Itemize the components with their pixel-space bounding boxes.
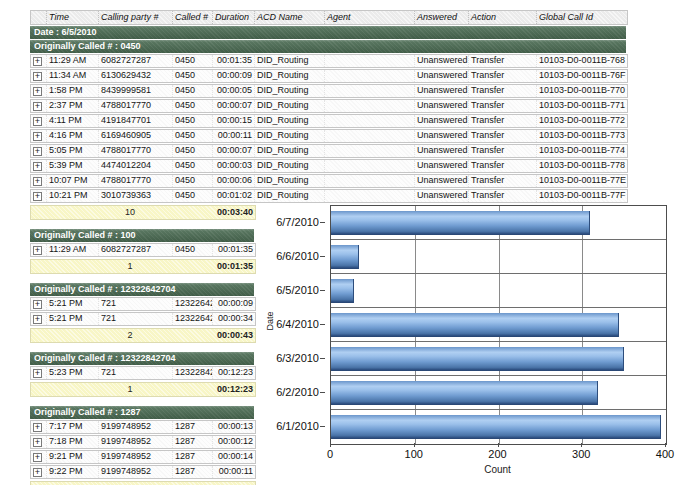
cell-called: 0450 bbox=[173, 100, 213, 112]
expand-icon[interactable]: + bbox=[33, 132, 42, 141]
group-summary-row: 100:01:35 bbox=[30, 259, 256, 274]
expand-cell: + bbox=[31, 145, 47, 157]
cell-duration: 00:00:11 bbox=[213, 130, 255, 142]
cell-duration: 00:00:09 bbox=[213, 298, 255, 310]
expand-icon[interactable]: + bbox=[33, 246, 42, 255]
table-row: +4:11 PM4191847701045000:00:15DID_Routin… bbox=[30, 114, 628, 128]
y-tick-mark bbox=[320, 290, 325, 291]
expand-icon[interactable]: + bbox=[33, 300, 42, 309]
group-header-bar: Originally Called # : 0450 bbox=[30, 40, 626, 53]
chart-band bbox=[331, 240, 666, 274]
cell-time: 7:17 PM bbox=[47, 421, 99, 433]
x-tick-mark bbox=[414, 443, 415, 447]
chart-bar bbox=[331, 347, 624, 371]
summary-spacer bbox=[31, 260, 47, 273]
cell-action: Transfer bbox=[469, 130, 537, 142]
cell-action: Transfer bbox=[469, 85, 537, 97]
chart-bar bbox=[331, 381, 598, 405]
cell-called: 1287 bbox=[173, 421, 213, 433]
cell-action: Transfer bbox=[469, 70, 537, 82]
table-header-row: TimeCalling party #Called #DurationACD N… bbox=[30, 10, 628, 25]
summary-count: 1 bbox=[47, 383, 213, 396]
cell-duration: 00:00:05 bbox=[213, 85, 255, 97]
expand-icon[interactable]: + bbox=[33, 192, 42, 201]
expand-icon[interactable]: + bbox=[33, 102, 42, 111]
expand-icon[interactable]: + bbox=[33, 369, 42, 378]
expand-cell: + bbox=[31, 244, 47, 256]
summary-count: 2 bbox=[47, 329, 213, 342]
cell-acd: DID_Routing bbox=[255, 175, 325, 187]
expand-cell: + bbox=[31, 313, 47, 325]
y-tick-mark bbox=[320, 324, 325, 325]
y-tick-label: 6/4/2010 bbox=[276, 307, 319, 341]
cell-time: 5:39 PM bbox=[47, 160, 99, 172]
cell-time: 9:21 PM bbox=[47, 451, 99, 463]
cell-calling: 4788017770 bbox=[99, 145, 173, 157]
cell-time: 5:05 PM bbox=[47, 145, 99, 157]
header-cell-time: Time bbox=[47, 11, 99, 24]
cell-call_id: 10103-D0-0011B-773 bbox=[537, 130, 627, 142]
expand-cell: + bbox=[31, 175, 47, 187]
expand-icon[interactable]: + bbox=[33, 87, 42, 96]
calls-per-day-bar-chart: Date 6/7/20106/6/20106/5/20106/4/20106/3… bbox=[262, 198, 674, 485]
cell-agent bbox=[325, 175, 415, 187]
expand-cell: + bbox=[31, 100, 47, 112]
table-row: +4:16 PM6169460905045000:00:11DID_Routin… bbox=[30, 129, 628, 143]
cell-acd: DID_Routing bbox=[255, 70, 325, 82]
cell-calling: 6082727287 bbox=[99, 55, 173, 67]
x-axis: 0100200300400 bbox=[330, 443, 665, 463]
expand-icon[interactable]: + bbox=[33, 57, 42, 66]
expand-icon[interactable]: + bbox=[33, 315, 42, 324]
cell-answered: Unanswered bbox=[415, 100, 469, 112]
cell-duration: 00:00:34 bbox=[213, 313, 255, 325]
cell-called: 0450 bbox=[173, 115, 213, 127]
cell-duration: 00:00:03 bbox=[213, 160, 255, 172]
cell-called: 0450 bbox=[173, 70, 213, 82]
chart-band bbox=[331, 308, 666, 342]
cell-call_id: 10103-D0-0011B-77E bbox=[537, 175, 627, 187]
y-axis-tick-labels: 6/7/20106/6/20106/5/20106/4/20106/3/2010… bbox=[262, 205, 326, 443]
cell-calling: 721 bbox=[99, 367, 173, 379]
x-tick-mark bbox=[498, 443, 499, 447]
header-cell-duration: Duration bbox=[213, 11, 255, 24]
cell-time: 7:18 PM bbox=[47, 436, 99, 448]
cell-acd: DID_Routing bbox=[255, 160, 325, 172]
cell-calling: 6130629432 bbox=[99, 70, 173, 82]
expand-icon[interactable]: + bbox=[33, 177, 42, 186]
cell-duration: 00:01:35 bbox=[213, 55, 255, 67]
expand-icon[interactable]: + bbox=[33, 438, 42, 447]
cell-action: Transfer bbox=[469, 55, 537, 67]
header-cell-calling: Calling party # bbox=[99, 11, 173, 24]
group-summary-row: 1000:03:40 bbox=[30, 205, 256, 220]
cell-called: 12322842704 bbox=[173, 367, 213, 379]
cell-acd: DID_Routing bbox=[255, 115, 325, 127]
x-tick-mark bbox=[581, 443, 582, 447]
chart-band bbox=[331, 376, 666, 410]
cell-duration: 00:00:13 bbox=[213, 421, 255, 433]
expand-icon[interactable]: + bbox=[33, 72, 42, 81]
expand-icon[interactable]: + bbox=[33, 162, 42, 171]
cell-called: 0450 bbox=[173, 160, 213, 172]
cell-call_id: 10103-D0-0011B-768 bbox=[537, 55, 627, 67]
cell-acd: DID_Routing bbox=[255, 130, 325, 142]
expand-cell: + bbox=[31, 70, 47, 82]
cell-answered: Unanswered bbox=[415, 55, 469, 67]
expand-icon[interactable]: + bbox=[33, 468, 42, 477]
expand-icon[interactable]: + bbox=[33, 117, 42, 126]
expand-icon[interactable]: + bbox=[33, 423, 42, 432]
header-cell-answered: Answered bbox=[415, 11, 469, 24]
cell-duration: 00:00:07 bbox=[213, 100, 255, 112]
x-tick-mark bbox=[665, 443, 666, 447]
summary-spacer bbox=[31, 206, 47, 219]
chart-band bbox=[331, 342, 666, 376]
cell-time: 5:21 PM bbox=[47, 298, 99, 310]
y-tick-mark bbox=[320, 392, 325, 393]
expand-cell: + bbox=[31, 421, 47, 433]
expand-icon[interactable]: + bbox=[33, 147, 42, 156]
cell-action: Transfer bbox=[469, 160, 537, 172]
y-tick-label: 6/7/2010 bbox=[276, 205, 319, 239]
expand-icon[interactable]: + bbox=[33, 453, 42, 462]
header-cell-called: Called # bbox=[173, 11, 213, 24]
cell-duration: 00:00:15 bbox=[213, 115, 255, 127]
cell-called: 0450 bbox=[173, 175, 213, 187]
